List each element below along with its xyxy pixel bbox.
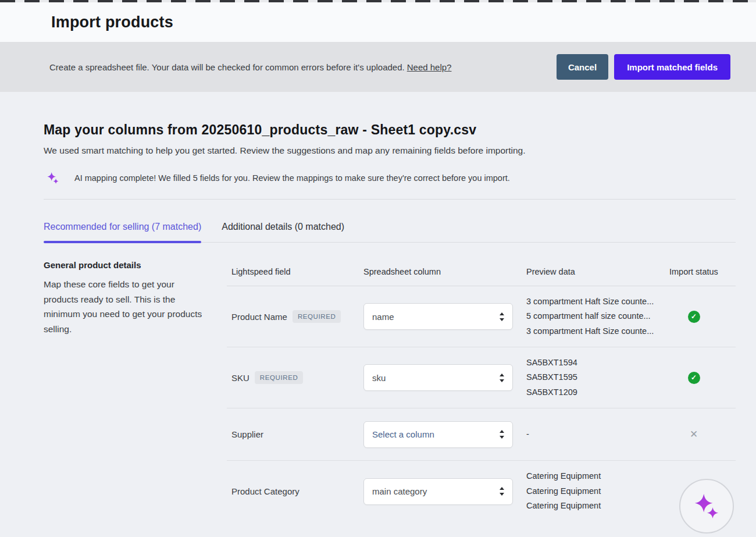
preview-line: 5 compartment half size counte... [526, 309, 665, 324]
table-row: SKU REQUIRED sku SA5BXT1594 SA5BXT1595 S… [227, 347, 736, 408]
map-columns-subheading: We used smart matching to help you get s… [44, 145, 736, 156]
field-label: Product Name [231, 312, 287, 322]
section-sidebar: General product details Map these core f… [44, 260, 206, 522]
ai-assistant-button[interactable] [679, 479, 734, 534]
required-badge: REQUIRED [255, 371, 304, 384]
tab-recommended-for-selling[interactable]: Recommended for selling (7 matched) [44, 222, 201, 242]
banner-message: Create a spreadsheet file. Your data wil… [49, 62, 451, 72]
field-label: Supplier [231, 429, 263, 439]
preview-cell: - [522, 427, 665, 442]
field-label: Product Category [231, 486, 299, 496]
preview-line: SA5BXT1209 [526, 385, 665, 400]
column-cell: Select a column [359, 421, 522, 448]
x-icon: ✕ [690, 428, 698, 440]
tab-additional-details[interactable]: Additional details (0 matched) [222, 222, 344, 242]
section-description: Map these core fields to get your produc… [44, 277, 206, 336]
field-cell-product-name: Product Name REQUIRED [227, 310, 359, 323]
page-title: Import products [51, 13, 173, 31]
select-placeholder: Select a column [372, 429, 434, 439]
preview-line: Catering Equipment [526, 469, 665, 484]
preview-line: - [526, 427, 665, 442]
column-cell: name [359, 303, 522, 330]
import-banner: Create a spreadsheet file. Your data wil… [0, 42, 756, 92]
caret-up-down-icon [500, 487, 504, 496]
section-title: General product details [44, 260, 206, 270]
column-select-sku[interactable]: sku [363, 364, 513, 391]
preview-line: SA5BXT1595 [526, 370, 665, 385]
main-content: Map your columns from 20250610_products_… [0, 92, 756, 522]
status-cell: ✓ [665, 372, 736, 384]
page-header: Import products [0, 2, 756, 42]
col-header-preview-data: Preview data [522, 267, 665, 276]
sparkle-icon [47, 172, 59, 184]
tab-bar: Recommended for selling (7 matched) Addi… [44, 222, 736, 243]
caret-up-down-icon [500, 430, 504, 439]
preview-cell: SA5BXT1594 SA5BXT1595 SA5BXT1209 [522, 355, 665, 400]
preview-cell: 3 compartment Haft Size counte... 5 comp… [522, 294, 665, 339]
mapping-content: General product details Map these core f… [44, 260, 736, 522]
column-select-supplier[interactable]: Select a column [363, 421, 513, 448]
preview-line: 3 compartment Haft Size counte... [526, 294, 665, 310]
column-cell: sku [359, 364, 522, 391]
mapping-table: Lightspeed field Spreadsheet column Prev… [227, 260, 736, 522]
table-row: Product Category main category Catering … [227, 461, 736, 522]
cancel-button[interactable]: Cancel [557, 54, 608, 80]
status-cell: ✕ [665, 428, 736, 440]
select-value: main category [372, 486, 427, 496]
status-cell: ✓ [665, 311, 736, 323]
check-circle-icon: ✓ [688, 372, 700, 384]
preview-line: Catering Equipment [526, 484, 665, 499]
col-header-spreadsheet-column: Spreadsheet column [359, 267, 522, 276]
import-matched-fields-button[interactable]: Import matched fields [614, 54, 730, 80]
banner-actions: Cancel Import matched fields [557, 54, 730, 80]
preview-line: SA5BXT1594 [526, 355, 665, 371]
section-divider [44, 199, 736, 200]
table-row: Supplier Select a column - ✕ [227, 408, 736, 461]
select-value: name [372, 312, 394, 322]
ai-notice-text: AI mapping complete! We filled 5 fields … [74, 173, 510, 183]
sparkle-icon [693, 493, 720, 520]
map-columns-heading: Map your columns from 20250610_products_… [44, 122, 736, 138]
need-help-link[interactable]: Need help? [407, 62, 452, 72]
select-value: sku [372, 373, 386, 383]
col-header-lightspeed-field: Lightspeed field [227, 267, 359, 276]
check-circle-icon: ✓ [688, 311, 700, 323]
col-header-import-status: Import status [665, 267, 736, 276]
field-cell-supplier: Supplier [227, 429, 359, 439]
banner-message-text: Create a spreadsheet file. Your data wil… [49, 62, 405, 72]
table-row: Product Name REQUIRED name 3 compartment… [227, 286, 736, 347]
caret-up-down-icon [500, 312, 504, 321]
field-cell-sku: SKU REQUIRED [227, 371, 359, 384]
ai-mapping-notice: AI mapping complete! We filled 5 fields … [44, 172, 736, 184]
required-badge: REQUIRED [293, 310, 341, 323]
field-cell-product-category: Product Category [227, 486, 359, 496]
column-cell: main category [359, 478, 522, 505]
preview-cell: Catering Equipment Catering Equipment Ca… [522, 469, 665, 514]
tab-label: Recommended for selling (7 matched) [44, 222, 201, 232]
preview-line: 3 compartment Haft Size counte... [526, 324, 665, 339]
field-label: SKU [231, 373, 249, 383]
caret-up-down-icon [500, 374, 504, 382]
tab-label: Additional details (0 matched) [222, 222, 344, 232]
preview-line: Catering Equipment [526, 499, 665, 514]
column-select-product-category[interactable]: main category [363, 478, 513, 505]
column-select-product-name[interactable]: name [363, 303, 513, 330]
table-header-row: Lightspeed field Spreadsheet column Prev… [227, 260, 736, 286]
